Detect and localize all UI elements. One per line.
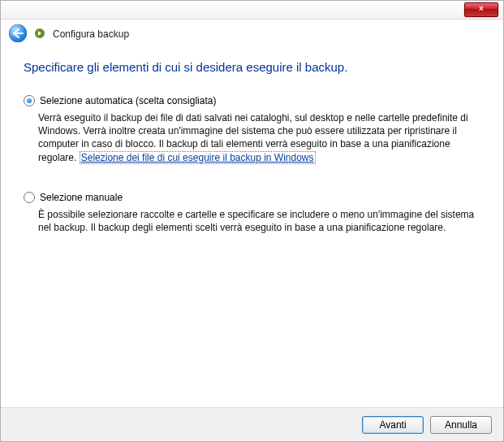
option-auto: Selezione automatica (scelta consigliata… (24, 95, 480, 164)
help-link-backup-files[interactable]: Selezione dei file di cui eseguire il ba… (80, 151, 316, 164)
option-auto-description: Verrà eseguito il backup dei file di dat… (38, 111, 476, 164)
backup-icon (33, 27, 46, 40)
titlebar: × (1, 1, 503, 20)
option-manual-description: È possibile selezionare raccolte e carte… (38, 208, 476, 234)
page-heading: Specificare gli elementi di cui si desid… (24, 60, 480, 74)
content-area: Specificare gli elementi di cui si desid… (1, 50, 503, 234)
arrow-left-icon (12, 28, 24, 38)
back-button[interactable] (9, 24, 27, 42)
close-button[interactable]: × (464, 2, 498, 17)
footer: Avanti Annulla (1, 407, 503, 441)
cancel-button[interactable]: Annulla (430, 416, 492, 434)
wizard-header: Configura backup (1, 20, 503, 50)
wizard-window: × Configura backup Specificare gli eleme… (0, 0, 504, 442)
radio-button-icon (24, 192, 35, 203)
option-manual: Selezione manuale È possibile selezionar… (24, 192, 480, 234)
radio-manual[interactable]: Selezione manuale (24, 192, 480, 203)
radio-button-icon (24, 95, 35, 106)
wizard-title: Configura backup (53, 28, 129, 40)
radio-auto[interactable]: Selezione automatica (scelta consigliata… (24, 95, 480, 106)
radio-auto-label: Selezione automatica (scelta consigliata… (40, 95, 216, 106)
radio-manual-label: Selezione manuale (40, 192, 123, 203)
next-button[interactable]: Avanti (362, 416, 424, 434)
